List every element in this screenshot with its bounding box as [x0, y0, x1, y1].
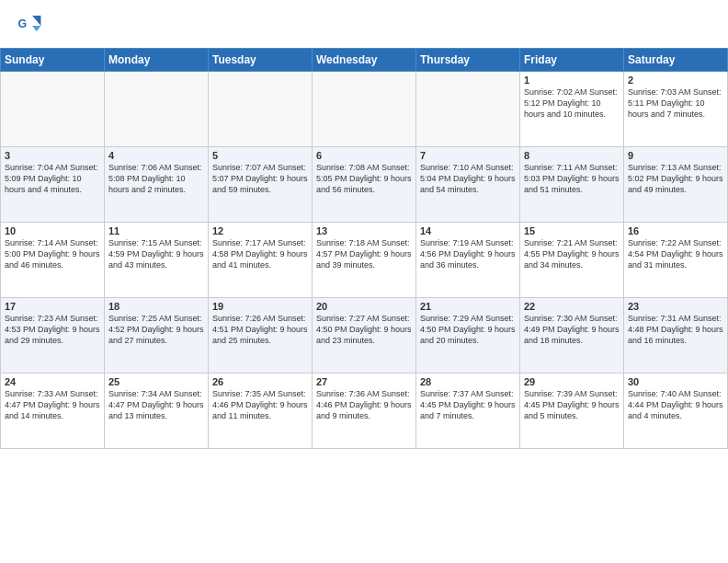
- calendar-day-cell: 12Sunrise: 7:17 AM Sunset: 4:58 PM Dayli…: [209, 223, 313, 298]
- calendar-day-cell: 9Sunrise: 7:13 AM Sunset: 5:02 PM Daylig…: [624, 147, 728, 223]
- day-number: 4: [108, 150, 204, 161]
- calendar-day-cell: 8Sunrise: 7:11 AM Sunset: 5:03 PM Daylig…: [520, 147, 624, 223]
- calendar-day-cell: 30Sunrise: 7:40 AM Sunset: 4:44 PM Dayli…: [624, 373, 728, 449]
- day-number: 28: [420, 376, 516, 387]
- calendar-day-cell: 25Sunrise: 7:34 AM Sunset: 4:47 PM Dayli…: [105, 373, 209, 449]
- day-number: 16: [628, 225, 723, 236]
- day-number: 29: [524, 376, 620, 387]
- day-number: 11: [108, 225, 204, 236]
- calendar-day-cell: [416, 72, 520, 147]
- calendar-day-cell: 16Sunrise: 7:22 AM Sunset: 4:54 PM Dayli…: [624, 223, 728, 298]
- day-number: 25: [108, 376, 204, 387]
- day-number: 3: [5, 150, 100, 161]
- day-number: 14: [420, 225, 516, 236]
- logo: G: [17, 13, 46, 39]
- day-number: 17: [5, 301, 100, 312]
- calendar-week-row: 17Sunrise: 7:23 AM Sunset: 4:53 PM Dayli…: [1, 298, 728, 373]
- day-info: Sunrise: 7:06 AM Sunset: 5:08 PM Dayligh…: [108, 162, 204, 195]
- weekday-header-thursday: Thursday: [416, 49, 520, 72]
- calendar-day-cell: 14Sunrise: 7:19 AM Sunset: 4:56 PM Dayli…: [416, 223, 520, 298]
- calendar-day-cell: [105, 72, 209, 147]
- day-number: 8: [524, 150, 620, 161]
- calendar-day-cell: 23Sunrise: 7:31 AM Sunset: 4:48 PM Dayli…: [624, 298, 728, 373]
- calendar-day-cell: 5Sunrise: 7:07 AM Sunset: 5:07 PM Daylig…: [209, 147, 313, 223]
- calendar-day-cell: [209, 72, 313, 147]
- calendar-day-cell: 13Sunrise: 7:18 AM Sunset: 4:57 PM Dayli…: [313, 223, 416, 298]
- calendar-day-cell: 6Sunrise: 7:08 AM Sunset: 5:05 PM Daylig…: [313, 147, 416, 223]
- calendar-day-cell: 4Sunrise: 7:06 AM Sunset: 5:08 PM Daylig…: [105, 147, 209, 223]
- day-info: Sunrise: 7:18 AM Sunset: 4:57 PM Dayligh…: [316, 237, 412, 270]
- calendar-day-cell: 18Sunrise: 7:25 AM Sunset: 4:52 PM Dayli…: [105, 298, 209, 373]
- calendar-day-cell: 17Sunrise: 7:23 AM Sunset: 4:53 PM Dayli…: [1, 298, 105, 373]
- day-info: Sunrise: 7:29 AM Sunset: 4:50 PM Dayligh…: [420, 313, 516, 346]
- day-info: Sunrise: 7:11 AM Sunset: 5:03 PM Dayligh…: [524, 162, 620, 195]
- calendar-header-row: SundayMondayTuesdayWednesdayThursdayFrid…: [1, 49, 728, 72]
- day-number: 10: [5, 225, 100, 236]
- day-info: Sunrise: 7:35 AM Sunset: 4:46 PM Dayligh…: [212, 388, 308, 421]
- calendar-day-cell: 11Sunrise: 7:15 AM Sunset: 4:59 PM Dayli…: [105, 223, 209, 298]
- day-number: 7: [420, 150, 516, 161]
- calendar-day-cell: 3Sunrise: 7:04 AM Sunset: 5:09 PM Daylig…: [1, 147, 105, 223]
- day-number: 9: [628, 150, 723, 161]
- calendar-day-cell: 2Sunrise: 7:03 AM Sunset: 5:11 PM Daylig…: [624, 72, 728, 147]
- day-info: Sunrise: 7:37 AM Sunset: 4:45 PM Dayligh…: [420, 388, 516, 421]
- day-number: 12: [212, 225, 308, 236]
- calendar-day-cell: 26Sunrise: 7:35 AM Sunset: 4:46 PM Dayli…: [209, 373, 313, 449]
- day-info: Sunrise: 7:17 AM Sunset: 4:58 PM Dayligh…: [212, 237, 308, 270]
- weekday-header-monday: Monday: [105, 49, 209, 72]
- day-number: 5: [212, 150, 308, 161]
- day-number: 24: [5, 376, 100, 387]
- calendar-day-cell: 24Sunrise: 7:33 AM Sunset: 4:47 PM Dayli…: [1, 373, 105, 449]
- day-info: Sunrise: 7:27 AM Sunset: 4:50 PM Dayligh…: [316, 313, 412, 346]
- calendar-day-cell: 15Sunrise: 7:21 AM Sunset: 4:55 PM Dayli…: [520, 223, 624, 298]
- day-number: 23: [628, 301, 723, 312]
- day-number: 15: [524, 225, 620, 236]
- weekday-header-saturday: Saturday: [624, 49, 728, 72]
- weekday-header-tuesday: Tuesday: [209, 49, 313, 72]
- day-info: Sunrise: 7:04 AM Sunset: 5:09 PM Dayligh…: [5, 162, 100, 195]
- weekday-header-sunday: Sunday: [1, 49, 105, 72]
- weekday-header-wednesday: Wednesday: [313, 49, 416, 72]
- day-info: Sunrise: 7:23 AM Sunset: 4:53 PM Dayligh…: [5, 313, 100, 346]
- day-info: Sunrise: 7:36 AM Sunset: 4:46 PM Dayligh…: [316, 388, 412, 421]
- day-info: Sunrise: 7:30 AM Sunset: 4:49 PM Dayligh…: [524, 313, 620, 346]
- day-info: Sunrise: 7:08 AM Sunset: 5:05 PM Dayligh…: [316, 162, 412, 195]
- day-info: Sunrise: 7:34 AM Sunset: 4:47 PM Dayligh…: [108, 388, 204, 421]
- day-number: 21: [420, 301, 516, 312]
- day-number: 26: [212, 376, 308, 387]
- day-number: 20: [316, 301, 412, 312]
- calendar-day-cell: 22Sunrise: 7:30 AM Sunset: 4:49 PM Dayli…: [520, 298, 624, 373]
- calendar-day-cell: 19Sunrise: 7:26 AM Sunset: 4:51 PM Dayli…: [209, 298, 313, 373]
- day-info: Sunrise: 7:25 AM Sunset: 4:52 PM Dayligh…: [108, 313, 204, 346]
- calendar-day-cell: 20Sunrise: 7:27 AM Sunset: 4:50 PM Dayli…: [313, 298, 416, 373]
- day-info: Sunrise: 7:07 AM Sunset: 5:07 PM Dayligh…: [212, 162, 308, 195]
- day-info: Sunrise: 7:10 AM Sunset: 5:04 PM Dayligh…: [420, 162, 516, 195]
- day-info: Sunrise: 7:19 AM Sunset: 4:56 PM Dayligh…: [420, 237, 516, 270]
- day-info: Sunrise: 7:03 AM Sunset: 5:11 PM Dayligh…: [628, 86, 723, 120]
- day-info: Sunrise: 7:22 AM Sunset: 4:54 PM Dayligh…: [628, 237, 723, 270]
- day-number: 18: [108, 301, 204, 312]
- calendar-day-cell: 29Sunrise: 7:39 AM Sunset: 4:45 PM Dayli…: [520, 373, 624, 449]
- day-number: 19: [212, 301, 308, 312]
- calendar-day-cell: 21Sunrise: 7:29 AM Sunset: 4:50 PM Dayli…: [416, 298, 520, 373]
- day-number: 13: [316, 225, 412, 236]
- calendar-week-row: 1Sunrise: 7:02 AM Sunset: 5:12 PM Daylig…: [1, 72, 728, 147]
- day-number: 2: [628, 75, 723, 86]
- page-header: G: [0, 0, 728, 44]
- calendar-day-cell: 10Sunrise: 7:14 AM Sunset: 5:00 PM Dayli…: [1, 223, 105, 298]
- calendar-week-row: 24Sunrise: 7:33 AM Sunset: 4:47 PM Dayli…: [1, 373, 728, 449]
- day-info: Sunrise: 7:31 AM Sunset: 4:48 PM Dayligh…: [628, 313, 723, 346]
- calendar-day-cell: [1, 72, 105, 147]
- day-info: Sunrise: 7:33 AM Sunset: 4:47 PM Dayligh…: [5, 388, 100, 421]
- day-number: 6: [316, 150, 412, 161]
- calendar-day-cell: 28Sunrise: 7:37 AM Sunset: 4:45 PM Dayli…: [416, 373, 520, 449]
- weekday-header-friday: Friday: [520, 49, 624, 72]
- day-info: Sunrise: 7:13 AM Sunset: 5:02 PM Dayligh…: [628, 162, 723, 195]
- day-info: Sunrise: 7:39 AM Sunset: 4:45 PM Dayligh…: [524, 388, 620, 421]
- svg-text:G: G: [18, 17, 28, 30]
- calendar-table: SundayMondayTuesdayWednesdayThursdayFrid…: [0, 48, 728, 449]
- day-info: Sunrise: 7:14 AM Sunset: 5:00 PM Dayligh…: [5, 237, 100, 270]
- calendar-day-cell: [313, 72, 416, 147]
- day-info: Sunrise: 7:02 AM Sunset: 5:12 PM Dayligh…: [524, 86, 620, 120]
- day-number: 30: [628, 376, 723, 387]
